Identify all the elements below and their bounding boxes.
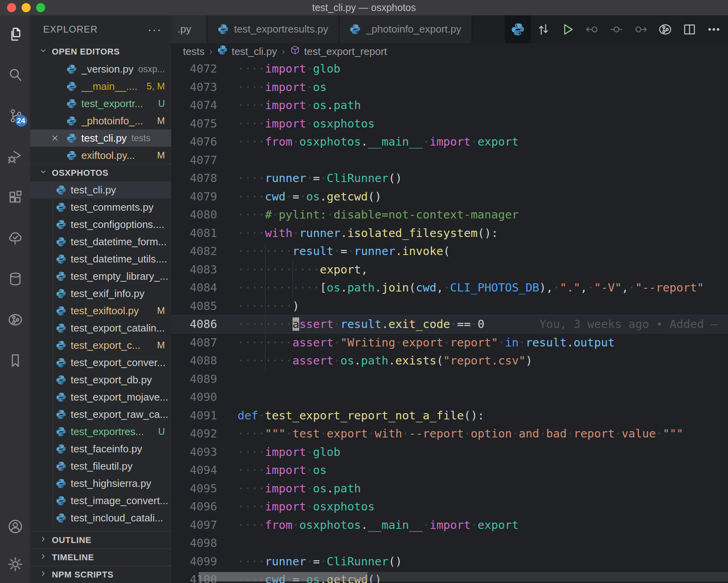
tree-item[interactable]: test_exportres...U [30,423,171,440]
code-line[interactable]: 4083············export, [171,261,728,279]
tree-item[interactable]: test_export_raw_ca... [30,406,171,423]
tree-item[interactable]: test_exiftool.pyM [30,302,171,319]
python-interpreter-indicator[interactable] [505,15,531,43]
code-line[interactable]: 4099····runner·=·CliRunner() [171,552,728,571]
tree-item[interactable]: test_incloud_catali... [30,509,171,527]
toolbar-compare-changes[interactable] [536,22,551,36]
toolbar-gitlens[interactable] [658,22,672,36]
activity-bar-database[interactable] [7,271,23,287]
line-number[interactable]: 4097 [171,518,238,532]
tree-item[interactable]: test_empty_library_... [30,268,171,285]
line-number[interactable]: 4077 [171,153,238,167]
minimize-window-button[interactable] [22,3,31,12]
project-folder-header[interactable]: OSXPHOTOS [30,164,171,181]
activity-bar-accounts[interactable] [7,519,23,534]
editor-tab[interactable]: test_exportresults.py [207,15,339,43]
line-number[interactable]: 4075 [171,117,238,130]
line-number[interactable]: 4091 [171,409,238,422]
toolbar-run[interactable] [561,22,575,36]
activity-bar-gitlens[interactable] [7,312,23,328]
activity-bar-settings[interactable] [7,556,23,572]
open-editors-header[interactable]: OPEN EDITORS [30,43,171,60]
line-number[interactable]: 4081 [171,226,238,240]
code-line[interactable]: 4093····import·glob [171,443,728,461]
toolbar-reverse-continue[interactable] [609,22,624,36]
code-line[interactable]: 4079····cwd·=·os.getcwd() [171,188,728,206]
breadcrumb-item[interactable]: tests [183,46,205,58]
tree-item[interactable]: test_export_db.py [30,371,171,388]
line-number[interactable]: 4074 [171,98,238,112]
tree-item[interactable]: test_export_catalin... [30,319,171,337]
toolbar-step-back[interactable] [585,22,599,36]
code-line[interactable]: 4086········assert·result.exit_code·==·0… [171,315,728,333]
close-editor-icon[interactable] [51,134,66,142]
code-line[interactable]: 4084············[os.path.join(cwd,·CLI_P… [171,279,728,297]
line-number[interactable]: 4072 [171,62,238,75]
code-line[interactable]: 4080····#·pylint:·disable=not-context-ma… [171,206,728,224]
toolbar-split-editor[interactable] [682,22,697,36]
activity-bar-explorer[interactable] [7,26,23,42]
sidebar-section-timeline[interactable]: TIMELINE [30,548,171,566]
open-editor-item[interactable]: _version.pyosxp... [30,60,171,78]
line-number[interactable]: 4088 [171,354,238,367]
code-line[interactable]: 4098 [171,534,728,552]
tree-item[interactable]: test_datetime_utils.... [30,250,171,268]
code-line[interactable]: 4092····"""·test·export·with·--report·op… [171,424,728,443]
zoom-window-button[interactable] [36,3,45,12]
code-line[interactable]: 4088········assert·os.path.exists("repor… [171,352,728,370]
line-number[interactable]: 4098 [171,536,238,550]
activity-bar-bookmarks[interactable] [7,353,23,368]
code-editor[interactable]: 4072····import·glob4073····import·os4074… [171,60,728,583]
tree-item[interactable]: test_comments.py [30,199,171,216]
tree-item[interactable]: test_export_mojave... [30,388,171,406]
line-number[interactable]: 4087 [171,336,238,349]
code-line[interactable]: 4085········) [171,297,728,315]
line-number[interactable]: 4078 [171,171,238,185]
code-line[interactable]: 4074····import·os.path [171,96,728,115]
code-line[interactable]: 4089 [171,370,728,388]
tree-item[interactable]: test_export_c...M [30,337,171,354]
tree-item[interactable]: test_cli.py [30,181,171,199]
line-number[interactable]: 4092 [171,427,238,440]
line-number[interactable]: 4084 [171,281,238,294]
line-number[interactable]: 4086 [171,317,238,331]
code-line[interactable]: 4075····import·osxphotos [171,115,728,133]
tree-item[interactable]: test_exif_info.py [30,285,171,302]
line-number[interactable]: 4080 [171,208,238,221]
breadcrumb-item[interactable]: test_cli.py [217,45,277,58]
breadcrumb-item[interactable]: test_export_report [290,45,387,58]
open-editor-item[interactable]: __main__....5, M [30,78,171,95]
code-line[interactable]: 4077 [171,151,728,169]
line-number[interactable]: 4095 [171,482,238,495]
code-line[interactable]: 4097····from·osxphotos.__main__·import·e… [171,516,728,534]
line-number[interactable]: 4076 [171,135,238,148]
activity-bar-extensions[interactable] [7,189,23,205]
sidebar-more-actions-icon[interactable]: ··· [148,23,162,36]
code-line[interactable]: 4078····runner·=·CliRunner() [171,169,728,188]
code-line[interactable]: 4096····import·osxphotos [171,497,728,516]
line-number[interactable]: 4090 [171,390,238,404]
sidebar-section-outline[interactable]: OUTLINE [30,531,171,548]
line-number[interactable]: 4093 [171,445,238,459]
code-line[interactable]: 4087········assert·"Writing·export·repor… [171,333,728,352]
code-line[interactable]: 4073····import·os [171,78,728,97]
horizontal-scrollbar[interactable] [199,572,728,581]
code-line[interactable]: 4081····with·runner.isolated_filesystem(… [171,224,728,242]
code-line[interactable]: 4072····import·glob [171,60,728,78]
editor-tab[interactable]: _photoinfo_export.py [339,15,472,43]
activity-bar-source-control[interactable]: 24 [7,108,23,124]
line-number[interactable]: 4073 [171,80,238,94]
open-editor-item[interactable]: test_exportr...U [30,95,171,112]
line-number[interactable]: 4082 [171,244,238,258]
tree-item[interactable]: test_configoptions.... [30,216,171,233]
code-line[interactable]: 4076····from·osxphotos.__main__·import·e… [171,133,728,151]
toolbar-more-actions[interactable] [707,22,721,36]
tree-item[interactable]: test_highsierra.py [30,475,171,492]
toolbar-step-over[interactable] [634,22,648,36]
tree-item[interactable]: test_faceinfo.py [30,440,171,457]
activity-bar-search[interactable] [7,67,23,83]
sidebar-section-npm-scripts[interactable]: NPM SCRIPTS [30,566,171,583]
open-editor-item[interactable]: test_cli.pytests [30,129,171,147]
activity-bar-todo-tree[interactable] [7,230,23,246]
line-number[interactable]: 4083 [171,263,238,276]
